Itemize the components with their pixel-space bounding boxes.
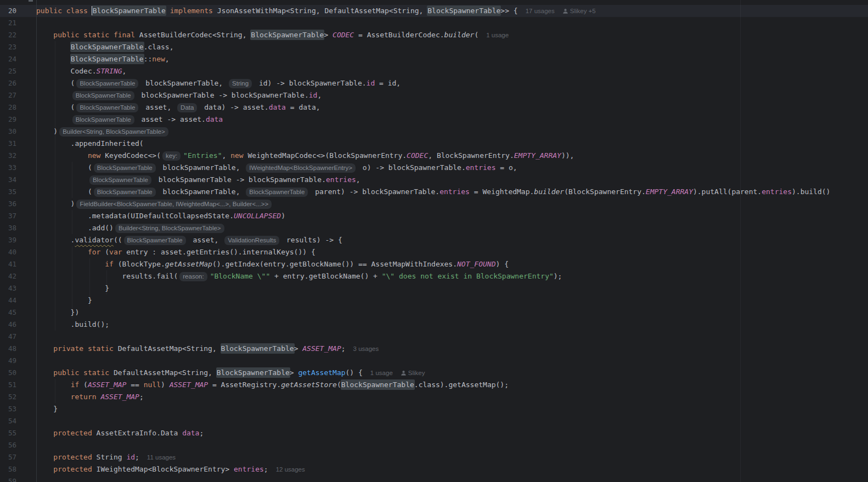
line-number[interactable]: 34 (0, 174, 36, 186)
line-number[interactable]: 43 (0, 282, 36, 294)
code-text[interactable]: public class BlockSpawnerTable implement… (36, 5, 868, 17)
code-text[interactable] (36, 475, 868, 482)
line-number[interactable]: 28 (0, 101, 36, 114)
code-text[interactable]: protected IWeightedMap<BlockSpawnerEntry… (36, 463, 868, 475)
line-number[interactable]: 33 (0, 162, 36, 174)
code-line: 23 BlockSpawnerTable.class, (0, 41, 868, 53)
code-text[interactable] (36, 415, 868, 427)
code-text[interactable]: (BlockSpawnerTable blockSpawnerTable, Bl… (36, 186, 868, 198)
line-number[interactable]: 20 (0, 5, 36, 17)
line-number[interactable]: 36 (0, 198, 36, 210)
code-text[interactable]: .build(); (36, 319, 868, 331)
line-number[interactable]: 25 (0, 65, 36, 77)
code-text[interactable]: } (36, 403, 868, 415)
author-hint[interactable]: Slikey (401, 370, 425, 376)
code-text[interactable]: .appendInherited( (36, 138, 868, 150)
code-text[interactable] (36, 331, 868, 343)
code-text[interactable]: for (var entry : asset.getEntries().inte… (36, 246, 868, 258)
usages-hint[interactable]: 1 usage (370, 370, 393, 376)
line-number[interactable]: 52 (0, 391, 36, 403)
usages-hint[interactable]: 3 usages (353, 345, 379, 352)
code-token: ).build() (792, 188, 830, 196)
code-text[interactable]: protected AssetExtraInfo.Data data; (36, 427, 868, 439)
line-number[interactable]: 24 (0, 53, 36, 65)
code-text[interactable]: return ASSET_MAP; (36, 391, 868, 403)
line-number[interactable]: 44 (0, 294, 36, 307)
code-text[interactable]: results.fail(reason:"BlockName \"" + ent… (36, 270, 868, 282)
line-number[interactable]: 51 (0, 379, 36, 391)
code-text[interactable] (36, 439, 868, 451)
line-number[interactable]: 54 (0, 415, 36, 427)
line-number[interactable]: 40 (0, 246, 36, 258)
line-number[interactable]: 35 (0, 186, 36, 198)
code-text[interactable]: new KeyedCodec<>(key:"Entries", new Weig… (36, 150, 868, 162)
line-number[interactable]: 21 (0, 17, 36, 29)
code-text[interactable]: protected String id;11 usages (36, 451, 868, 463)
author-hint[interactable]: Slikey +5 (562, 8, 596, 14)
code-text[interactable]: BlockSpawnerTable.class, (36, 41, 868, 53)
code-token: ).putAll(parent. (693, 188, 762, 196)
code-text[interactable]: } (36, 282, 868, 294)
line-number[interactable]: 38 (0, 222, 36, 234)
code-text[interactable]: } (36, 294, 868, 307)
line-number[interactable]: 23 (0, 41, 36, 53)
line-number[interactable]: 42 (0, 270, 36, 282)
code-token: > (290, 368, 298, 377)
line-number[interactable]: 59 (0, 475, 36, 482)
code-text[interactable]: (BlockSpawnerTable blockSpawnerTable, IW… (36, 162, 868, 174)
line-number[interactable]: 27 (0, 89, 36, 101)
code-token (36, 115, 71, 123)
code-text[interactable] (36, 0, 868, 5)
code-text[interactable]: (BlockSpawnerTable asset, Data data) -> … (36, 101, 868, 114)
code-text[interactable] (36, 17, 868, 29)
line-number[interactable]: 32 (0, 150, 36, 162)
line-number[interactable]: 57 (0, 451, 36, 463)
code-token: .metadata(UIDefaultCollapsedState. (36, 212, 234, 220)
code-token: (BlockType. (114, 260, 165, 268)
usages-hint[interactable]: 12 usages (276, 466, 305, 473)
line-number[interactable]: 50 (0, 367, 36, 379)
code-text[interactable]: Codec.STRING, (36, 65, 868, 77)
line-number[interactable]: 53 (0, 403, 36, 415)
code-text[interactable]: )Builder<String, BlockSpawnerTable> (36, 126, 868, 138)
line-number[interactable]: 37 (0, 210, 36, 222)
line-number[interactable]: 46 (0, 319, 36, 331)
code-text[interactable]: public static final AssetBuilderCodec<St… (36, 29, 868, 41)
line-number[interactable]: 26 (0, 77, 36, 89)
code-text[interactable]: BlockSpawnerTable blockSpawnerTable -> b… (36, 89, 868, 101)
usages-hint[interactable]: 1 usage (486, 32, 509, 38)
line-number[interactable]: 22 (0, 29, 36, 41)
line-number[interactable]: 55 (0, 427, 36, 439)
code-text[interactable]: private static DefaultAssetMap<String, B… (36, 343, 868, 355)
code-text[interactable]: BlockSpawnerTable blockSpawnerTable -> b… (36, 174, 868, 186)
code-editor[interactable]: 20public class BlockSpawnerTable impleme… (0, 0, 868, 482)
line-number[interactable]: 47 (0, 331, 36, 343)
line-number[interactable]: 41 (0, 258, 36, 270)
line-number[interactable]: 29 (0, 114, 36, 126)
code-text[interactable]: }) (36, 307, 868, 319)
code-text[interactable]: .validator((BlockSpawnerTable asset, Val… (36, 234, 868, 246)
code-text[interactable]: .add()Builder<String, BlockSpawnerTable> (36, 222, 868, 234)
code-text[interactable]: .metadata(UIDefaultCollapsedState.UNCOLL… (36, 210, 868, 222)
code-token: .appendInherited( (36, 139, 144, 148)
code-text[interactable]: public static DefaultAssetMap<String, Bl… (36, 367, 868, 379)
line-number[interactable]: 49 (0, 355, 36, 367)
code-text[interactable]: )FieldBuilder<BlockSpawnerTable, IWeight… (36, 198, 868, 210)
code-text[interactable]: BlockSpawnerTable asset -> asset.data (36, 114, 868, 126)
code-text[interactable] (36, 355, 868, 367)
code-text[interactable]: if (BlockType.getAssetMap().getIndex(ent… (36, 258, 868, 270)
line-number[interactable]: 56 (0, 439, 36, 451)
code-text[interactable]: BlockSpawnerTable::new, (36, 53, 868, 65)
usages-hint[interactable]: 11 usages (147, 454, 176, 461)
line-number[interactable]: 30 (0, 126, 36, 138)
usages-hint[interactable]: 17 usages (526, 8, 555, 14)
code-text[interactable]: if (ASSET_MAP == null) ASSET_MAP = Asset… (36, 379, 868, 391)
line-number[interactable]: 31 (0, 138, 36, 150)
line-number[interactable]: 58 (0, 463, 36, 475)
line-number[interactable]: 48 (0, 343, 36, 355)
line-number[interactable]: 39 (0, 234, 36, 246)
indent-guide (89, 258, 90, 307)
fold-indicator-icon[interactable] (29, 0, 33, 2)
line-number[interactable]: 45 (0, 307, 36, 319)
code-text[interactable]: (BlockSpawnerTable blockSpawnerTable, St… (36, 77, 868, 89)
